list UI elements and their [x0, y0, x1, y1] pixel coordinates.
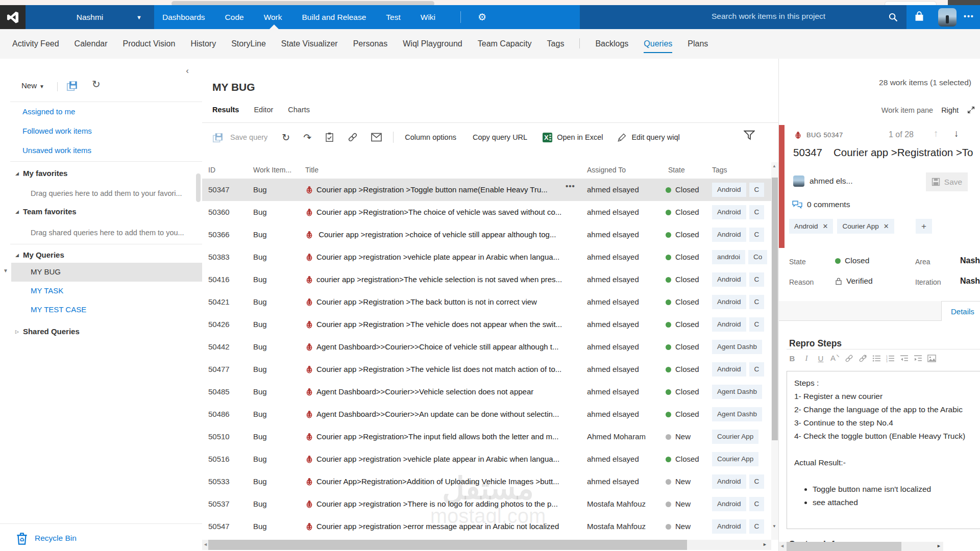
column-header-id[interactable]: ID — [208, 166, 215, 174]
sidebar-link-followed-items[interactable]: Followed work items — [22, 127, 92, 135]
work-item-row[interactable]: 50426 Bug Courier app >Registration >The… — [202, 313, 771, 336]
scroll-down-icon[interactable]: ▼ — [772, 524, 776, 529]
hub-nav-item[interactable]: StoryLine — [231, 29, 266, 59]
save-all-icon[interactable] — [66, 80, 78, 91]
work-item-row[interactable]: 50347 Bug Courier app >Registration >Tog… — [202, 179, 771, 201]
next-item-arrow-icon[interactable]: ↓ — [954, 128, 959, 139]
italic-icon[interactable]: I — [802, 354, 811, 363]
work-item-row[interactable]: 50416 Bug courier app >registration>The … — [202, 268, 771, 291]
ellipsis-icon[interactable]: ••• — [964, 12, 974, 20]
font-color-icon[interactable]: A⸌ — [830, 354, 840, 363]
hub-nav-item[interactable]: Team Capacity — [478, 29, 532, 59]
work-item-row[interactable]: 50510 Bug Courier app >Registration>The … — [202, 425, 771, 448]
hub-nav-item[interactable]: Backlogs — [579, 29, 628, 59]
sidebar-link-assigned-to-me[interactable]: Assigned to me — [22, 107, 75, 116]
top-nav-tab[interactable]: Dashboards — [162, 13, 205, 22]
query-list-item[interactable]: ▼ MY BUG — [0, 263, 202, 282]
link-icon[interactable] — [348, 132, 358, 142]
section-shared-queries[interactable]: ▷Shared Queries — [15, 327, 80, 336]
top-nav-tab[interactable]: Wiki — [421, 13, 435, 22]
outdent-icon[interactable] — [900, 355, 909, 362]
hub-nav-item[interactable]: Plans — [688, 29, 708, 59]
query-list-item[interactable]: ▼ MY TEST CASE — [0, 300, 202, 319]
context-menu-caret-icon[interactable]: ▼ — [3, 268, 8, 273]
bold-icon[interactable]: B — [788, 354, 797, 363]
hub-nav-item[interactable]: State Visualizer — [281, 29, 338, 59]
scrollbar-thumb[interactable] — [787, 542, 901, 551]
remove-link-icon[interactable] — [859, 354, 867, 363]
section-my-queries[interactable]: ◢My Queries — [15, 251, 64, 259]
area-field[interactable]: Nash — [960, 256, 980, 265]
column-header-type[interactable]: Work Item... — [253, 166, 291, 174]
row-context-menu-icon[interactable]: ••• — [566, 182, 575, 190]
column-header-title[interactable]: Title — [305, 166, 318, 174]
column-header-assigned[interactable]: Assigned To — [587, 166, 626, 174]
scroll-right-icon[interactable]: ► — [763, 542, 767, 547]
work-item-row[interactable]: 50485 Bug Agent Dashboard>>Courier>>Vehi… — [202, 381, 771, 403]
refresh-icon[interactable]: ↻ — [282, 132, 290, 143]
checklist-icon[interactable] — [325, 132, 334, 142]
add-tag-button[interactable]: + — [916, 219, 932, 234]
hub-nav-item[interactable]: Product Vision — [123, 29, 176, 59]
new-query-button[interactable]: New▼ — [21, 81, 44, 90]
hub-nav-item[interactable]: Wiql Playground — [403, 29, 462, 59]
hub-nav-item[interactable]: Queries — [644, 29, 672, 59]
query-view-tab[interactable]: Editor — [254, 106, 273, 114]
top-nav-tab[interactable]: Code — [225, 13, 244, 22]
work-item-row[interactable]: 50360 Bug Courier app >Registration>The … — [202, 201, 771, 223]
numbered-list-icon[interactable]: 123 — [886, 355, 895, 362]
work-item-row[interactable]: 50383 Bug Courier app >registration >veh… — [202, 246, 771, 268]
underline-icon[interactable]: U — [816, 354, 825, 363]
insert-image-icon[interactable] — [927, 355, 936, 362]
pane-horizontal-scrollbar[interactable]: ◄ ► — [779, 542, 943, 551]
hub-nav-item[interactable]: Personas — [353, 29, 388, 59]
edit-query-wiql-button[interactable]: Edit query wiql — [631, 133, 679, 141]
scroll-left-icon[interactable]: ◄ — [203, 542, 208, 547]
scroll-right-icon[interactable]: ► — [937, 543, 941, 548]
work-item-row[interactable]: 50477 Bug Courier app >Registration >The… — [202, 358, 771, 381]
recycle-bin-button[interactable]: ♻ Recycle Bin — [15, 531, 77, 545]
top-nav-tab[interactable]: Build and Release — [302, 13, 366, 22]
scroll-left-icon[interactable]: ◄ — [780, 543, 785, 548]
hub-nav-item[interactable]: Tags — [547, 29, 565, 59]
pane-position-dropdown[interactable]: Right — [941, 106, 959, 114]
indent-icon[interactable] — [914, 355, 922, 362]
reason-field[interactable]: Verified — [835, 277, 873, 286]
insert-link-icon[interactable] — [845, 354, 853, 363]
tab-details[interactable]: Details — [941, 301, 980, 321]
save-query-icon[interactable] — [212, 132, 223, 143]
save-query-button[interactable]: Save query — [230, 133, 267, 141]
work-item-row[interactable]: 50486 Bug Agent Dashboard>>Courier>>An u… — [202, 403, 771, 425]
remove-tag-icon[interactable]: ✕ — [823, 222, 828, 230]
avatar[interactable] — [938, 8, 957, 27]
assigned-to-field[interactable]: ahmed els... — [793, 176, 852, 187]
copy-query-url-button[interactable]: Copy query URL — [473, 133, 527, 141]
work-item-row[interactable]: 50547 Bug Courier app >registration >err… — [202, 515, 771, 538]
expand-pane-icon[interactable] — [967, 106, 975, 114]
work-item-row[interactable]: 50537 Bug Courier app >registration >The… — [202, 493, 771, 515]
column-options-button[interactable]: Column options — [405, 133, 456, 141]
email-icon[interactable] — [371, 133, 382, 142]
hub-nav-item[interactable]: Activity Feed — [12, 29, 59, 59]
filter-funnel-icon[interactable] — [744, 130, 755, 140]
work-item-row[interactable]: 50366 Bug Courier app >registration >cho… — [202, 223, 771, 246]
previous-item-arrow-icon[interactable]: ↑ — [934, 128, 939, 139]
search-input[interactable]: Search work items in this project — [580, 5, 906, 29]
marketplace-bag-icon[interactable] — [914, 11, 925, 22]
excel-icon[interactable]: X — [543, 133, 552, 142]
scrollbar-thumb[interactable] — [208, 540, 687, 550]
repro-steps-editor[interactable]: Steps :1- Register a new courier2- Chang… — [787, 371, 980, 529]
sidebar-scrollbar-thumb[interactable] — [196, 173, 201, 202]
work-item-row[interactable]: 50516 Bug Courier app >registration >veh… — [202, 448, 771, 470]
work-item-row[interactable]: 50442 Bug Agent Dashboard>>Courier>>Choi… — [202, 336, 771, 358]
comments-button[interactable]: 0 comments — [792, 200, 850, 209]
scroll-up-icon[interactable]: ▲ — [772, 164, 776, 168]
hub-nav-item[interactable]: History — [190, 29, 216, 59]
query-view-tab[interactable]: Charts — [288, 106, 310, 114]
scrollbar-thumb[interactable] — [772, 178, 778, 440]
query-view-tab[interactable]: Results — [212, 106, 239, 114]
share-icon[interactable]: ↷ — [303, 132, 311, 143]
table-horizontal-scrollbar[interactable]: ◄ ► — [202, 540, 771, 550]
top-nav-tab[interactable]: Test — [386, 13, 400, 22]
refresh-icon[interactable]: ↻ — [92, 78, 101, 90]
